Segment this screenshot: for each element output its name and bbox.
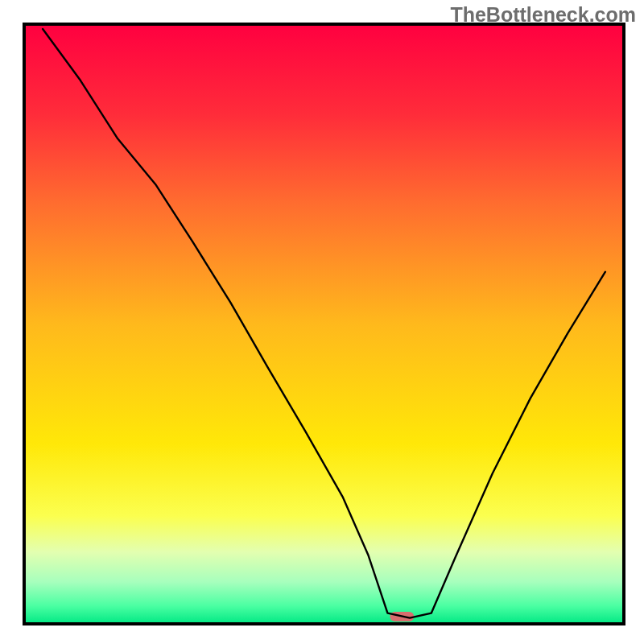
plot-background	[24, 24, 624, 624]
bottleneck-chart: TheBottleneck.com	[0, 0, 644, 644]
watermark-text: TheBottleneck.com	[450, 3, 636, 27]
chart-svg	[0, 0, 644, 644]
